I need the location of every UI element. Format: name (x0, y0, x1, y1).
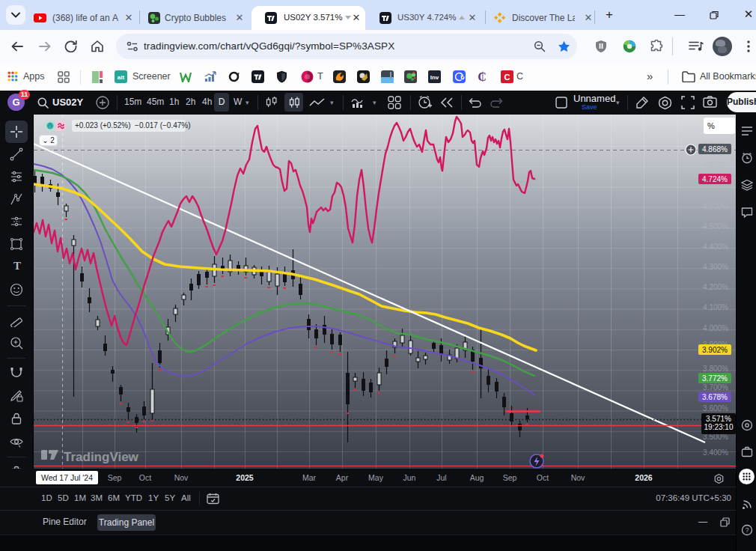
svg-text:?: ? (746, 526, 749, 534)
svg-text:₵: ₵ (478, 70, 487, 83)
svg-text:alt: alt (118, 74, 125, 81)
svg-text:C: C (504, 73, 510, 82)
svg-text:Inv: Inv (430, 74, 439, 81)
svg-text:TradingView: TradingView (64, 450, 139, 464)
